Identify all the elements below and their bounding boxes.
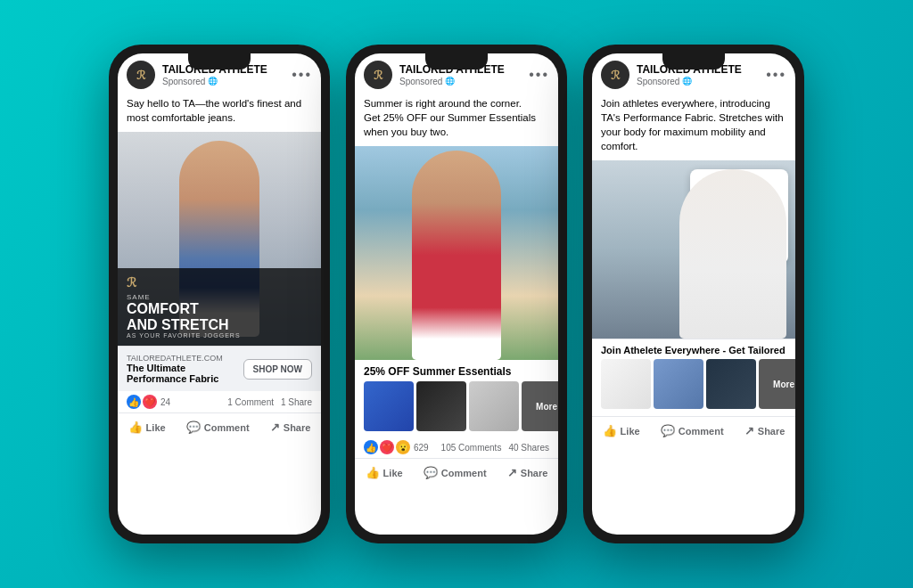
- brand-logo-char-3: ℛ: [611, 69, 620, 82]
- phone-2: ℛ TAILORED ATHLETE Sponsored 🌐 ••• Summe…: [346, 45, 567, 543]
- share-button-1[interactable]: ↗ Share: [263, 417, 318, 437]
- love-emoji-1: ❤️: [143, 395, 157, 409]
- share-label-2: Share: [521, 468, 548, 478]
- carousel-item-2-1[interactable]: [364, 381, 414, 431]
- carousel-title-2: 25% OFF Summer Essentials: [355, 360, 558, 381]
- phone-notch-2: [425, 53, 488, 69]
- comment-icon-1: 💬: [186, 421, 201, 434]
- globe-icon-2: 🌐: [445, 77, 455, 86]
- carousel-item-2-2[interactable]: [416, 381, 466, 431]
- brand-logo-char-1: ℛ: [136, 69, 145, 82]
- like-button-2[interactable]: 👍 Like: [358, 462, 410, 483]
- globe-icon-1: 🌐: [208, 77, 218, 86]
- globe-icon-3: 🌐: [682, 77, 692, 86]
- comment-button-1[interactable]: 💬 Comment: [179, 417, 257, 437]
- love-emoji-2: ❤️: [380, 440, 394, 454]
- ad-image-3: ★ ★ ★ ★ ★ "After years of putting up wit…: [592, 160, 795, 339]
- comment-label-3: Comment: [679, 426, 724, 437]
- ad1-overlay: ℛ SAME COMFORT AND STRETCH AS YOUR FAVOR…: [118, 268, 321, 346]
- like-icon-1: 👍: [128, 421, 143, 434]
- reaction-icons-1: 👍 ❤️: [127, 395, 157, 409]
- ad3-bottom-3: Join Athelete Everywhere - Get Tailored …: [592, 339, 795, 416]
- ad-image-1: ℛ SAME COMFORT AND STRETCH AS YOUR FAVOR…: [118, 132, 321, 346]
- wow-emoji-2: 😮: [396, 440, 410, 454]
- reactions-count-2: 629: [414, 443, 429, 453]
- cta-info-1: TAILOREDATHLETE.COM The Ultimate Perform…: [127, 354, 243, 384]
- more-options-3[interactable]: •••: [766, 68, 786, 82]
- cta-bar-1: TAILOREDATHLETE.COM The Ultimate Perform…: [118, 346, 321, 391]
- cta-title-1: The Ultimate Performance Fabric: [127, 363, 243, 384]
- reactions-bar-1: 👍 ❤️ 24 1 Comment 1 Share: [118, 391, 321, 413]
- phone-1: ℛ TAILORED ATHLETE Sponsored 🌐 ••• Say h…: [109, 45, 330, 543]
- ad1-sub-text: AS YOUR FAVORITE JOGGERS: [127, 332, 312, 339]
- shop-now-button-1[interactable]: SHOP NOW: [243, 359, 312, 380]
- like-label-1: Like: [146, 422, 166, 433]
- phones-container: ℛ TAILORED ATHLETE Sponsored 🌐 ••• Say h…: [91, 18, 822, 570]
- like-icon-2: 👍: [366, 466, 380, 479]
- actions-bar-1: 👍 Like 💬 Comment ↗ Share: [118, 413, 321, 441]
- phone-notch-1: [188, 53, 251, 69]
- actions-bar-2: 👍 Like 💬 Comment ↗ Share: [355, 459, 558, 486]
- person-silhouette-3: [679, 169, 786, 339]
- more-label-2: More: [536, 402, 557, 412]
- ad1-same-text: SAME: [127, 293, 312, 301]
- carousel-img-2-2: [416, 381, 466, 431]
- like-icon-3: 👍: [603, 424, 617, 437]
- phone-3: ℛ TAILORED ATHLETE Sponsored 🌐 ••• Join …: [583, 45, 804, 543]
- share-button-3[interactable]: ↗ Share: [737, 421, 793, 441]
- brand-avatar-1: ℛ: [127, 61, 155, 89]
- share-icon-2: ↗: [507, 466, 517, 479]
- engagement-counts-2: 105 Comments 40 Shares: [441, 443, 549, 453]
- carousel-items-3: More: [592, 359, 795, 416]
- ad1-logo: ℛ: [127, 275, 312, 290]
- sponsored-label-2: Sponsored 🌐: [399, 77, 522, 86]
- brand-avatar-3: ℛ: [601, 61, 629, 89]
- carousel-item-3-2[interactable]: [654, 359, 703, 409]
- share-button-2[interactable]: ↗ Share: [500, 462, 555, 483]
- post-text-1: Say hello to TA—the world's finest and m…: [118, 93, 321, 132]
- carousel-img-2-3: [469, 381, 519, 431]
- comment-button-3[interactable]: 💬 Comment: [654, 421, 731, 441]
- reactions-count-1: 24: [160, 397, 170, 407]
- phone-screen-3: ℛ TAILORED ATHLETE Sponsored 🌐 ••• Join …: [592, 53, 795, 535]
- reactions-bar-2: 👍 ❤️ 😮 629 105 Comments 40 Shares: [355, 437, 558, 459]
- carousel-item-3-1[interactable]: [601, 359, 651, 409]
- share-icon-3: ↗: [744, 424, 754, 437]
- ad1-comfort-text: COMFORT AND STRETCH: [127, 301, 312, 332]
- sponsored-label-3: Sponsored 🌐: [637, 77, 759, 86]
- carousel-more-3[interactable]: More: [759, 359, 795, 409]
- phone-screen-1: ℛ TAILORED ATHLETE Sponsored 🌐 ••• Say h…: [118, 53, 321, 535]
- like-label-3: Like: [621, 426, 640, 437]
- phone-notch-3: [662, 53, 725, 69]
- carousel-more-2[interactable]: More: [522, 381, 558, 431]
- share-label-1: Share: [284, 422, 311, 433]
- carousel-section-2: 25% OFF Summer Essentials More: [355, 360, 558, 437]
- comments-count-2: 105 Comments: [441, 443, 502, 453]
- more-options-2[interactable]: •••: [529, 68, 549, 82]
- comment-icon-3: 💬: [661, 424, 675, 437]
- like-emoji-2: 👍: [364, 440, 378, 454]
- ad3-cta-title-3: Join Athelete Everywhere - Get Tailored: [592, 339, 795, 359]
- share-icon-1: ↗: [270, 421, 280, 434]
- ad-image-2: [355, 146, 558, 360]
- carousel-item-3-3[interactable]: [706, 359, 756, 409]
- brand-avatar-2: ℛ: [364, 61, 392, 89]
- post-text-3: Join athletes everywhere, introducing TA…: [592, 93, 795, 160]
- like-button-3[interactable]: 👍 Like: [596, 421, 647, 441]
- reaction-icons-2: 👍 ❤️ 😮: [364, 440, 410, 454]
- person-silhouette-2: [412, 151, 501, 360]
- carousel-img-2-1: [364, 381, 414, 431]
- shares-count-1: 1 Share: [281, 397, 312, 407]
- shares-count-2: 40 Shares: [508, 443, 549, 453]
- comment-icon-2: 💬: [424, 466, 438, 479]
- actions-bar-3: 👍 Like 💬 Comment ↗ Share: [592, 416, 795, 445]
- comment-button-2[interactable]: 💬 Comment: [416, 462, 494, 483]
- like-button-1[interactable]: 👍 Like: [121, 417, 173, 437]
- carousel-items-2: More: [355, 381, 558, 437]
- share-label-3: Share: [758, 426, 786, 437]
- more-options-1[interactable]: •••: [292, 68, 312, 82]
- carousel-item-2-3[interactable]: [469, 381, 519, 431]
- cta-url-1: TAILOREDATHLETE.COM: [127, 354, 243, 363]
- comment-label-2: Comment: [441, 468, 487, 478]
- sponsored-label-1: Sponsored 🌐: [162, 77, 284, 86]
